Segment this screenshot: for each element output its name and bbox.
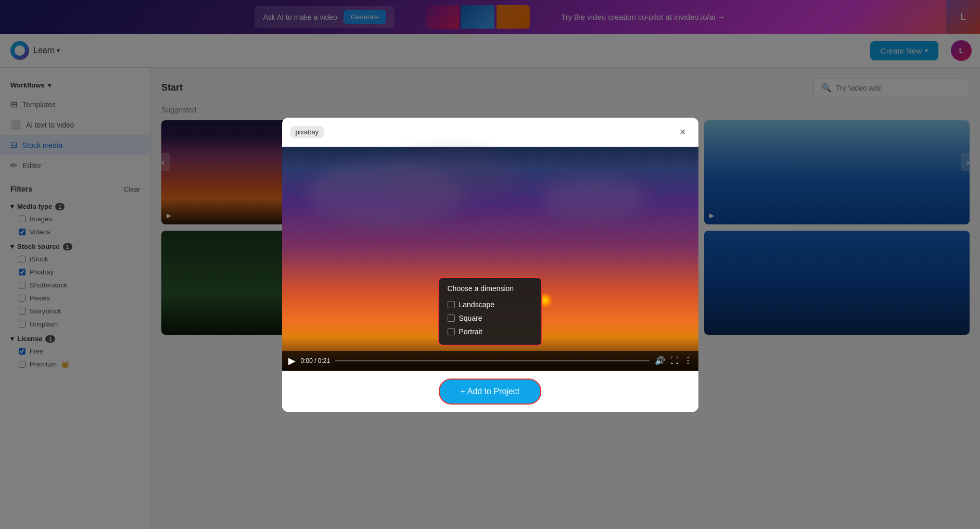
modal-close-button[interactable]: × <box>676 124 690 140</box>
more-options-button[interactable]: ⋮ <box>684 356 692 366</box>
cloud-3 <box>386 152 516 204</box>
video-controls: ▶ 0:00 / 0:21 🔊 ⛶ ⋮ <box>282 351 698 371</box>
dimension-landscape[interactable]: Landscape <box>448 298 533 311</box>
progress-bar[interactable] <box>335 360 649 361</box>
cloud-2 <box>542 178 646 220</box>
volume-button[interactable]: 🔊 <box>655 356 665 366</box>
landscape-radio[interactable] <box>448 301 455 308</box>
portrait-radio[interactable] <box>448 328 455 335</box>
modal-dialog: pixabay × Choose a dimension Landscape <box>282 118 698 412</box>
dimension-picker: Choose a dimension Landscape Square Port… <box>438 277 542 346</box>
dimension-square[interactable]: Square <box>448 311 533 325</box>
play-button[interactable]: ▶ <box>288 355 296 367</box>
modal-footer: + Add to Project <box>282 371 698 412</box>
square-radio[interactable] <box>448 314 455 322</box>
modal-overlay[interactable]: pixabay × Choose a dimension Landscape <box>0 0 980 529</box>
time-label: 0:00 / 0:21 <box>301 357 330 364</box>
add-to-project-button[interactable]: + Add to Project <box>439 379 541 405</box>
dimension-title: Choose a dimension <box>448 284 533 293</box>
dimension-portrait[interactable]: Portrait <box>448 325 533 338</box>
fullscreen-button[interactable]: ⛶ <box>670 356 679 366</box>
modal-header: pixabay × <box>282 118 698 147</box>
modal-video-container: Choose a dimension Landscape Square Port… <box>282 147 698 371</box>
source-badge: pixabay <box>290 126 324 138</box>
